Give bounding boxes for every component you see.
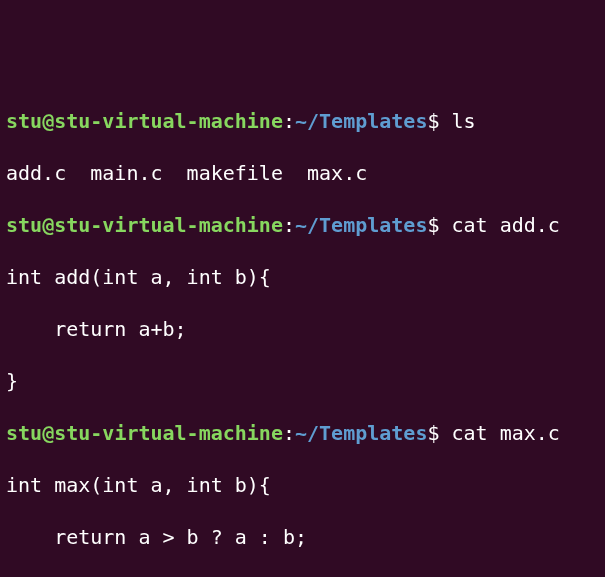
terminal-line: stu@stu-virtual-machine:~/Templates$ ls	[6, 108, 599, 134]
prompt-at: @	[42, 421, 54, 445]
prompt-colon: :	[283, 213, 295, 237]
terminal-line: stu@stu-virtual-machine:~/Templates$ cat…	[6, 420, 599, 446]
output-line: }	[6, 368, 599, 394]
prompt-colon: :	[283, 109, 295, 133]
prompt-user: stu	[6, 213, 42, 237]
command-input[interactable]: cat max.c	[440, 421, 560, 445]
output-line: return a+b;	[6, 316, 599, 342]
prompt-dollar: $	[427, 213, 439, 237]
prompt-dollar: $	[427, 421, 439, 445]
command-input[interactable]: ls	[440, 109, 476, 133]
terminal-line: stu@stu-virtual-machine:~/Templates$ cat…	[6, 212, 599, 238]
prompt-at: @	[42, 109, 54, 133]
prompt-path: ~/Templates	[295, 213, 427, 237]
prompt-host: stu-virtual-machine	[54, 213, 283, 237]
prompt-at: @	[42, 213, 54, 237]
output-line: int add(int a, int b){	[6, 264, 599, 290]
prompt-user: stu	[6, 421, 42, 445]
prompt-host: stu-virtual-machine	[54, 109, 283, 133]
prompt-path: ~/Templates	[295, 109, 427, 133]
prompt-user: stu	[6, 109, 42, 133]
prompt-host: stu-virtual-machine	[54, 421, 283, 445]
prompt-path: ~/Templates	[295, 421, 427, 445]
output-line: add.c main.c makefile max.c	[6, 160, 599, 186]
prompt-colon: :	[283, 421, 295, 445]
prompt-dollar: $	[427, 109, 439, 133]
output-line: return a > b ? a : b;	[6, 524, 599, 550]
command-input[interactable]: cat add.c	[440, 213, 560, 237]
output-line: int max(int a, int b){	[6, 472, 599, 498]
